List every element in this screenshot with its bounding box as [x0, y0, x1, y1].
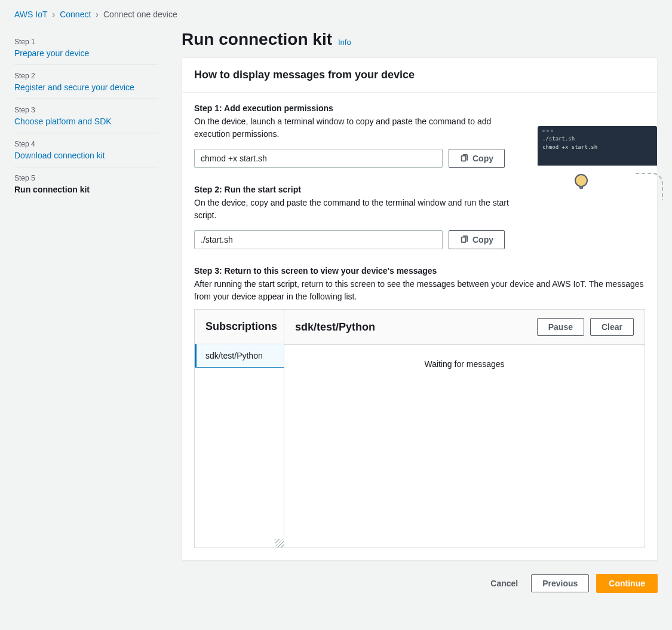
copy-icon	[460, 236, 468, 244]
step-title: Download connection kit	[14, 151, 158, 160]
copy-icon	[460, 154, 468, 163]
subscriptions-header: Subscriptions	[195, 310, 284, 344]
breadcrumb-aws-iot[interactable]: AWS IoT	[14, 10, 48, 19]
card-header: How to display messages from your device	[182, 58, 657, 93]
continue-button[interactable]: Continue	[596, 574, 658, 593]
step1-command-input[interactable]	[194, 149, 443, 168]
sidebar-step-3[interactable]: Step 3 Choose platform and SDK	[14, 99, 158, 133]
page-title: Run connection kit Info	[182, 30, 658, 49]
step2-title: Step 2: Run the start script	[194, 185, 645, 194]
terminal-illustration: ./start.sh chmod +x start.sh	[538, 126, 657, 166]
sidebar-step-4[interactable]: Step 4 Download connection kit	[14, 133, 158, 167]
pause-button[interactable]: Pause	[537, 318, 584, 336]
previous-button[interactable]: Previous	[531, 574, 589, 592]
breadcrumb-connect[interactable]: Connect	[60, 10, 91, 19]
topic-title: sdk/test/Python	[295, 321, 375, 334]
step3-desc: After running the start script, return t…	[194, 278, 645, 303]
topic-column: sdk/test/Python Pause Clear Waiting for …	[284, 310, 645, 548]
step2-copy-button[interactable]: Copy	[449, 230, 505, 249]
clear-button[interactable]: Clear	[590, 318, 634, 336]
breadcrumb: AWS IoT › Connect › Connect one device	[14, 10, 658, 19]
step-number: Step 3	[14, 106, 158, 114]
sidebar-step-1[interactable]: Step 1 Prepare your device	[14, 31, 158, 65]
main-content: Run connection kit Info How to display m…	[182, 27, 658, 593]
card-body: ./start.sh chmod +x start.sh Step 1: Add…	[182, 93, 657, 560]
step-title: Choose platform and SDK	[14, 117, 158, 126]
sidebar-step-5: Step 5 Run connection kit	[14, 167, 158, 201]
wizard-sidebar: Step 1 Prepare your device Step 2 Regist…	[14, 27, 158, 593]
messages-panel: Subscriptions sdk/test/Python sdk/test/P…	[194, 309, 645, 548]
step-title: Run connection kit	[14, 185, 158, 194]
subscription-item[interactable]: sdk/test/Python	[195, 344, 284, 368]
step1-title: Step 1: Add execution permissions	[194, 103, 645, 113]
step2-desc: On the device, copy and paste the comman…	[194, 197, 511, 222]
breadcrumb-current: Connect one device	[103, 10, 177, 19]
chevron-right-icon: ›	[96, 10, 99, 19]
cancel-button[interactable]: Cancel	[484, 575, 524, 592]
info-link[interactable]: Info	[338, 38, 351, 47]
resize-handle[interactable]	[275, 539, 284, 548]
step-title: Register and secure your device	[14, 82, 158, 92]
waiting-message: Waiting for messages	[284, 345, 645, 383]
sidebar-step-2[interactable]: Step 2 Register and secure your device	[14, 65, 158, 99]
wizard-actions: Cancel Previous Continue	[182, 574, 658, 593]
step1-copy-button[interactable]: Copy	[449, 149, 505, 168]
step-number: Step 2	[14, 72, 158, 80]
step-number: Step 5	[14, 174, 158, 182]
chevron-right-icon: ›	[53, 10, 56, 19]
step-number: Step 4	[14, 140, 158, 148]
step3-title: Step 3: Return to this screen to view yo…	[194, 266, 645, 276]
svg-rect-1	[462, 237, 466, 243]
subscriptions-column: Subscriptions sdk/test/Python	[195, 310, 284, 548]
card-title: How to display messages from your device	[194, 69, 645, 81]
step1-desc: On the device, launch a terminal window …	[194, 115, 511, 140]
svg-rect-0	[462, 156, 466, 161]
step-title: Prepare your device	[14, 48, 158, 58]
step-number: Step 1	[14, 38, 158, 46]
step2-command-input[interactable]	[194, 230, 443, 249]
instructions-card: How to display messages from your device…	[182, 57, 658, 561]
